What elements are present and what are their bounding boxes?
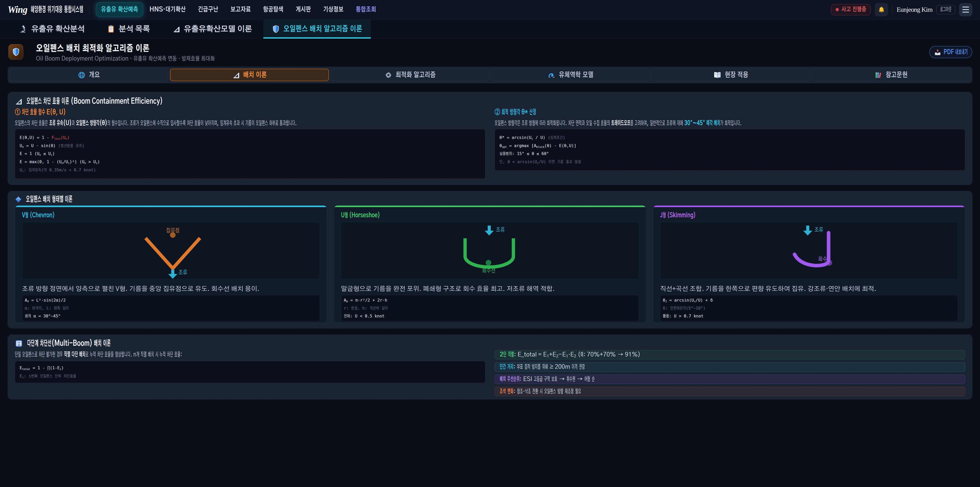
navbar-right: 사고 진행중 Eunjeong Kim 로그아웃 [831, 3, 972, 16]
section-containment-efficiency: 오일펜스 차단 효율 이론 (Boom Containment Efficien… [8, 92, 972, 185]
brand[interactable]: Wing 해양환경 위기대응 통합시스템 [8, 4, 83, 15]
section-heading: 오일펜스 차단 효율 이론 (Boom Containment Efficien… [15, 97, 965, 106]
nav-item-spill-prediction[interactable]: 유출유 확산예측 [96, 2, 143, 17]
card-title: J형 (Skimming) [660, 211, 958, 220]
current-arrow-shaft [806, 225, 809, 231]
nav-item-hns[interactable]: HNS·대기확산 [143, 2, 192, 17]
column-heading-optimal-angle: ② 최적 방향각 θ* 산정 [495, 108, 965, 117]
book-icon-svg [713, 71, 721, 79]
nav-item-aerial-search[interactable]: 항공탐색 [257, 2, 290, 17]
tab-references[interactable]: 참고문헌 [812, 69, 970, 81]
subtab-diffusion-model-theory[interactable]: 유출유확산모델 이론 [161, 19, 263, 38]
subtab-label: 오일펜스 배치 알고리즘 이론 [283, 24, 363, 34]
shield-icon-svg [272, 25, 280, 33]
v-boom-line [145, 238, 200, 268]
content-tab-bar: 개요 배치 이론 최적화 알고리즘 유체역학 모델 현장 적용 참고문헌 [8, 67, 972, 83]
brand-name: 해양환경 위기대응 통합시스템 [30, 5, 83, 14]
card-j-skimming: J형 (Skimming) 조류 회수 직선+곡선 조합. 기름을 한쪽으로 편… [653, 205, 965, 323]
note-label: 단간 거리 [500, 364, 514, 370]
export-icon-svg [934, 48, 942, 56]
hamburger-bar [963, 9, 969, 10]
tab-overview[interactable]: 개요 [10, 69, 168, 81]
shield-big-icon-svg [12, 48, 20, 56]
note-priority: 배치 우선순위: ESI 고등급 구역 보호 → 취수원 → 어항 순 [495, 375, 965, 384]
note-text: 배치 우선순위: ESI 고등급 구역 보호 → 취수원 → 어항 순 [500, 375, 595, 383]
note-text: 조석 변화: 창조·낙조 전환 시 오일펜스 방향 재조정 필요 [500, 388, 581, 395]
hamburger-bar [963, 6, 969, 7]
tab-label: 참고문헌 [886, 71, 907, 80]
tab-optimization-algorithm[interactable]: 최적화 알고리즘 [331, 69, 489, 81]
multiboom-paragraph: 단일 오일펜스로 차단 불가한 경우 직렬 다단 배치로 누적 차단 효율을 향… [15, 350, 485, 359]
nav-item-reports[interactable]: 보고자료 [224, 2, 257, 17]
subtab-label: 유출유 확산분석 [32, 24, 85, 34]
multiboom-right-column: 2단 직렬: E_total = E1+E2−E1·E2 (예: 70%+70%… [495, 348, 965, 396]
note-detail: : E_total = E1+E2−E1·E2 (예: 70%+70% → 91… [514, 352, 641, 358]
tab-label: 개요 [89, 71, 100, 80]
tab-field-application[interactable]: 현장 적용 [652, 69, 810, 81]
section-heading: 1234 다단계 차단선(Multi-Boom) 배치 이론 [15, 339, 965, 348]
pdf-export-button[interactable]: PDF 내보내기 [929, 46, 972, 58]
current-label: 조류 [815, 226, 823, 233]
ruler-icon-svg [15, 97, 22, 105]
recovery-dot [486, 260, 491, 266]
ruler-icon [172, 25, 180, 33]
card-v-chevron: V형 (Chevron) 집유점 조류 조류 방향 정면에서 양측으로 펼친 V… [15, 205, 327, 323]
tab-deployment-theory[interactable]: 배치 이론 [170, 69, 329, 81]
bell-icon [878, 6, 885, 14]
card-caption: 말굽형으로 기름을 완전 포위. 폐쇄형 구조로 회수 효율 최고. 저조류 해… [341, 285, 639, 293]
note-detail: : 부표 집적 방지를 위해 ≥ 200m 이격 권장 [514, 364, 585, 370]
section-title: 다단계 차단선(Multi-Boom) 배치 이론 [27, 339, 111, 348]
tab-label: 최적화 알고리즘 [396, 71, 436, 80]
page-title: 오일펜스 배치 최적화 알고리즘 이론 [36, 44, 215, 54]
note-tide: 조석 변화: 창조·낙조 전환 시 오일펜스 방향 재조정 필요 [495, 387, 965, 396]
svg-text:12: 12 [18, 341, 21, 344]
card-u-horseshoe: U형 (Horseshoe) 조류 회수선 말굽형으로 기름을 완전 포위. 폐… [334, 205, 646, 323]
diamond-icon [15, 196, 22, 203]
note-text: 단간 거리: 부표 집적 방지를 위해 ≥ 200m 이격 권장 [500, 363, 585, 371]
nav-item-board[interactable]: 게시판 [290, 2, 317, 17]
nav-item-integrated-search[interactable]: 통합조회 [350, 2, 382, 17]
clipboard-icon [107, 25, 115, 33]
section-deployment-shapes: 오일펜스 배치 형태별 이론 V형 (Chevron) 집유점 조류 조류 방향… [8, 191, 972, 329]
logout-button[interactable]: 로그아웃 [936, 5, 955, 14]
subtab-spill-analysis[interactable]: 유출유 확산분석 [8, 19, 96, 38]
subtab-boom-algorithm-theory[interactable]: 오일펜스 배치 알고리즘 이론 [263, 19, 371, 38]
notifications-button[interactable] [875, 3, 888, 16]
current-arrow-shaft [488, 225, 491, 231]
tab-hydrodynamics-model[interactable]: 유체역학 모델 [491, 69, 649, 81]
top-navbar: Wing 해양환경 위기대응 통합시스템 유출유 확산예측 HNS·대기확산 긴… [0, 0, 980, 19]
two-column-grid: ① 차단 효율 함수 E(θ, U) 오일펜스의 차단 효율은 조류 유속(U)… [15, 106, 965, 179]
hamburger-bar [963, 12, 969, 13]
svg-text:34: 34 [18, 343, 21, 346]
gear-icon [385, 71, 392, 79]
export-icon [934, 48, 942, 56]
horseshoe-diagram: 조류 회수선 [341, 222, 639, 279]
subtab-label: 유출유확산모델 이론 [184, 24, 252, 34]
note-text: 2단 직렬: E_total = E1+E2−E1·E2 (예: 70%+70%… [500, 351, 640, 359]
subtab-label: 분석 목록 [119, 24, 150, 34]
card-title: U형 (Horseshoe) [341, 211, 639, 220]
subtab-analysis-list[interactable]: 분석 목록 [96, 19, 161, 38]
multiboom-notes: 2단 직렬: E_total = E1+E2−E1·E2 (예: 70%+70%… [495, 350, 965, 396]
shield-icon [272, 25, 280, 33]
collection-point-dot [170, 232, 176, 238]
nav-item-weather[interactable]: 기상정보 [317, 2, 350, 17]
chevron-diagram-svg: 집유점 조류 [22, 222, 320, 279]
multiboom-left-column: 단일 오일펜스로 차단 불가한 경우 직렬 다단 배치로 누적 차단 효율을 향… [15, 348, 485, 396]
efficiency-formula-block: E(θ,U) = 1 - Floss(Un)Un = U · sin(θ) (법… [15, 129, 485, 179]
tab-label: 유체역학 모델 [559, 71, 593, 80]
card-caption: 조류 방향 정면에서 양측으로 펼친 V형. 기름을 중앙 집유점으로 유도. … [22, 285, 320, 293]
input-numbers-icon: 1234 [15, 339, 23, 348]
optimal-angle-formula-block: θ* = arcsin(Uc / U) (임계조건)θopt = argmax … [495, 129, 965, 171]
note-detail: : ESI 고등급 구역 보호 → 취수원 → 어항 순 [520, 376, 595, 382]
hamburger-menu-button[interactable] [959, 3, 972, 16]
recovery-label: 회수선 [482, 267, 496, 274]
ruler-icon [232, 71, 240, 79]
brand-logo: Wing [8, 4, 27, 15]
current-label: 조류 [178, 269, 187, 276]
column-heading-efficiency-function: ① 차단 효율 함수 E(θ, U) [15, 108, 485, 117]
page-header: 오일펜스 배치 최적화 알고리즘 이론 Oil Boom Deployment … [0, 39, 980, 67]
section-title: 오일펜스 배치 형태별 이론 [26, 195, 73, 204]
nav-item-rescue[interactable]: 긴급구난 [192, 2, 224, 17]
efficiency-right-paragraph: 오일펜스 방향각은 조류 방향에 따라 최적화됩니다. 차단 면적과 오일 수집… [495, 118, 965, 128]
